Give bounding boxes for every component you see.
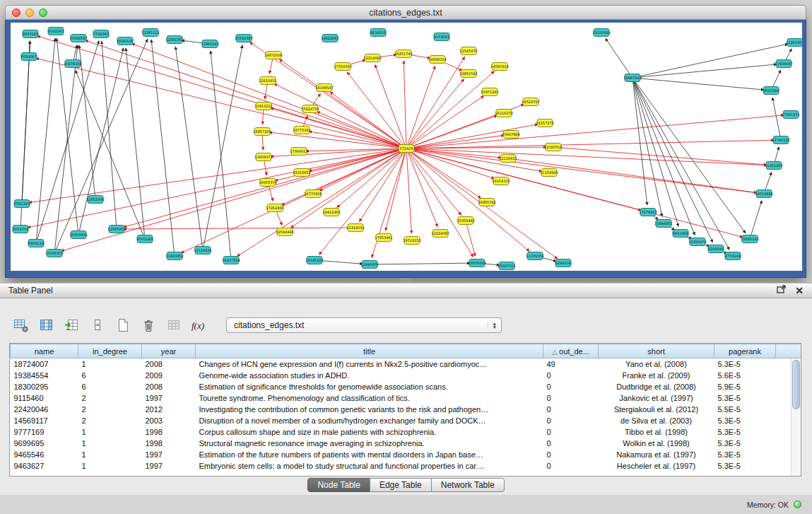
table-cell[interactable]: 5.3E-5	[714, 449, 776, 460]
table-cell[interactable]: 0	[543, 438, 599, 449]
network-node[interactable]: 12391352	[165, 36, 183, 44]
table-cell[interactable]: Changes of HCN gene expression and I(f) …	[196, 358, 543, 370]
merge-table-icon[interactable]	[164, 316, 184, 334]
column-header-name[interactable]: name	[11, 344, 78, 358]
table-cell[interactable]: 1	[78, 438, 142, 449]
network-node[interactable]: 12214080	[363, 54, 381, 62]
table-cell[interactable]: Yano et al. (2008)	[599, 358, 714, 370]
delete-table-icon[interactable]	[139, 316, 158, 334]
table-cell[interactable]: 5.3E-5	[714, 438, 776, 449]
network-node[interactable]: 15542390	[235, 35, 252, 42]
column-header-title[interactable]: title	[196, 344, 543, 358]
function-builder-icon[interactable]: f(x)	[189, 316, 209, 334]
network-node[interactable]: 17999013	[290, 148, 307, 156]
network-node[interactable]: 13808071	[254, 153, 272, 161]
table-scrollbar[interactable]	[791, 358, 801, 476]
network-node[interactable]: 16157278	[536, 119, 553, 127]
table-cell[interactable]: Estimation of the future numbers of pati…	[196, 449, 543, 460]
network-node[interactable]: 10647894	[502, 131, 519, 139]
network-node[interactable]: 9546328	[117, 37, 133, 45]
network-node[interactable]: 19861542	[459, 70, 477, 78]
table-cell[interactable]: Hescheler et al. (1997)	[599, 460, 714, 472]
table-cell[interactable]: Franke et al. (2009)	[599, 370, 714, 381]
table-cell[interactable]: Genome-wide association studies in ADHD.	[196, 370, 543, 381]
network-node[interactable]: 9245096	[708, 245, 724, 253]
network-node[interactable]: 11431260	[765, 162, 782, 170]
network-node[interactable]: 16237564	[222, 257, 240, 264]
table-cell[interactable]: 2012	[142, 404, 196, 415]
table-cell[interactable]: 1	[78, 426, 142, 438]
network-node[interactable]: 12544446	[276, 228, 293, 236]
network-node[interactable]: 8554067	[21, 53, 37, 61]
network-node[interactable]: 16251746	[394, 50, 412, 58]
table-cell[interactable]: 9463627	[11, 460, 78, 472]
table-cell[interactable]: 9777169	[11, 426, 78, 438]
table-cell[interactable]: 0	[543, 370, 599, 381]
table-row[interactable]: 911546021997Tourette syndrome. Phenomeno…	[11, 392, 802, 404]
network-node[interactable]: 11283309	[786, 39, 802, 47]
table-cell[interactable]: 5.3E-5	[714, 392, 776, 404]
network-node[interactable]: 15059506	[69, 231, 87, 239]
network-node[interactable]: 10871297	[481, 88, 498, 96]
table-cell[interactable]: 0	[543, 381, 599, 392]
show-columns-icon[interactable]	[37, 316, 57, 334]
network-node[interactable]: 18775341	[293, 127, 310, 134]
table-cell[interactable]: 6	[78, 381, 142, 392]
table-row[interactable]: 946554611997Estimation of the future num…	[11, 449, 802, 460]
network-node[interactable]: 18524797	[522, 98, 539, 106]
table-cell[interactable]: 19384554	[11, 370, 78, 381]
table-cell[interactable]: 1	[78, 358, 142, 370]
network-node[interactable]: 10196378	[45, 250, 63, 257]
float-panel-icon[interactable]	[777, 284, 787, 297]
table-cell[interactable]: 2009	[142, 370, 196, 381]
network-node[interactable]: 12565851	[107, 226, 125, 233]
table-cell[interactable]: 5.6E-5	[714, 370, 776, 381]
new-table-icon[interactable]	[113, 316, 133, 334]
table-cell[interactable]: Dudbridge et al. (2008)	[599, 381, 714, 392]
network-node[interactable]: 9501249	[137, 235, 153, 243]
network-node[interactable]: 10208164	[64, 60, 81, 68]
close-window-button[interactable]	[12, 8, 20, 17]
network-node[interactable]: 7792363	[93, 30, 109, 38]
network-node[interactable]: 14872006	[264, 52, 282, 59]
table-cell[interactable]: Tourette syndrome. Phenomenology and cla…	[196, 392, 543, 404]
network-node[interactable]: 11376354	[526, 252, 543, 260]
table-cell[interactable]: 9465546	[11, 449, 78, 460]
network-node[interactable]: 12116631	[499, 155, 517, 163]
table-cell[interactable]: 1998	[142, 426, 196, 438]
network-node[interactable]: 9192263	[48, 28, 64, 35]
table-selector-dropdown[interactable]: citations_edges.txt ▲▼	[226, 317, 502, 333]
tab-edge-table[interactable]: Edge Table	[370, 478, 432, 492]
network-node[interactable]: 17653961	[375, 234, 392, 242]
table-row[interactable]: 1872400712008Changes of HCN gene express…	[11, 358, 802, 370]
table-cell[interactable]: Embryonic stem cells: a model to study s…	[196, 460, 543, 472]
network-node[interactable]: 19145224	[305, 257, 323, 264]
table-cell[interactable]: 5.3E-5	[714, 358, 776, 370]
network-node[interactable]: 17554300	[334, 63, 351, 71]
column-header-year[interactable]: year	[142, 344, 196, 358]
table-cell[interactable]: 18724007	[11, 358, 78, 370]
scrollbar-thumb[interactable]	[792, 360, 800, 409]
table-cell[interactable]: Wolkin et al. (1998)	[599, 438, 714, 449]
table-cell[interactable]: 5.3E-5	[714, 415, 776, 426]
network-node[interactable]: 12160516	[544, 144, 562, 151]
zoom-window-button[interactable]	[39, 8, 47, 17]
column-header-in-degree[interactable]: in_degree	[78, 344, 142, 358]
table-cell[interactable]: 9115460	[11, 392, 78, 404]
network-node[interactable]: 15059492	[457, 217, 474, 225]
network-node[interactable]: 15695160	[741, 235, 758, 243]
table-cell[interactable]: Corpus callosum shape and size in male p…	[196, 426, 543, 438]
table-cell[interactable]: 5.3E-5	[714, 426, 776, 438]
network-node[interactable]: 16116279	[495, 110, 512, 117]
network-node[interactable]: 12446956	[360, 261, 378, 269]
table-cell[interactable]: 0	[543, 415, 599, 426]
close-panel-icon[interactable]: ✕	[795, 286, 804, 296]
network-node[interactable]: 9861468	[673, 230, 688, 238]
network-node[interactable]: 10944851	[654, 220, 672, 228]
table-cell[interactable]: 2008	[142, 358, 196, 370]
column-header-short[interactable]: short	[599, 344, 714, 358]
panel-resize-handle[interactable]	[400, 279, 411, 282]
table-row[interactable]: 1456911722003Disruption of a novel membe…	[11, 415, 802, 426]
table-cell[interactable]: 1997	[142, 449, 196, 460]
network-node[interactable]: 18698319	[428, 56, 446, 64]
